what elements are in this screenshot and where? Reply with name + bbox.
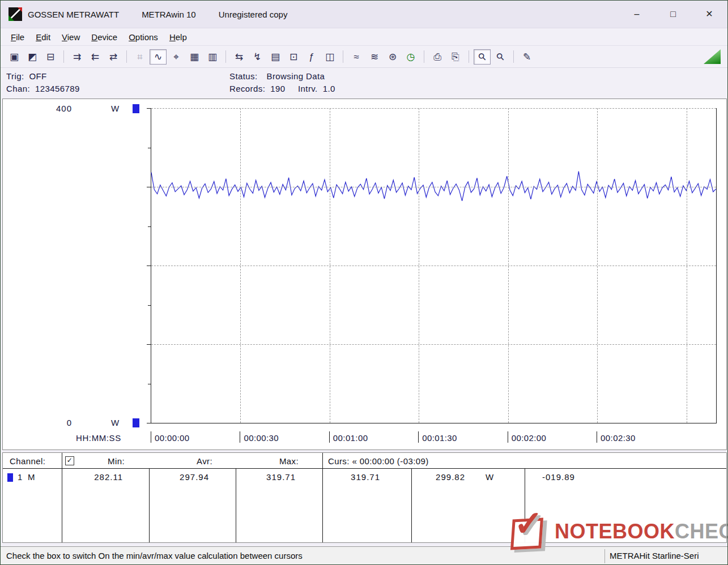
window-title-product: METRAwin 10 (142, 10, 196, 19)
menu-item-options[interactable]: Options (123, 30, 164, 44)
column-header-cursor: Curs: « 00:00:00 (-03:09) (328, 456, 429, 466)
export-data-glyph: ⇉ (73, 52, 81, 62)
y-axis-max-label: 400 (46, 104, 72, 113)
chan-label: Chan: (6, 84, 30, 93)
channel-color-swatch (133, 104, 139, 113)
open-folder-icon[interactable]: ⊟ (42, 49, 59, 65)
v-gridline (419, 108, 419, 423)
print-icon[interactable]: ⎙ (429, 49, 446, 65)
time-tick-label: 00:00:00 (155, 431, 190, 443)
memory-read-icon[interactable]: ◫ (321, 49, 338, 65)
export-data-icon[interactable]: ⇉ (69, 49, 86, 65)
title-bar: GOSSEN METRAWATT METRAwin 10 Unregistere… (1, 1, 727, 28)
trig-label: Trig: (6, 71, 24, 81)
toolbar-separator (225, 50, 226, 63)
timer-clock-glyph: ◷ (407, 52, 415, 62)
status-triangle-indicator (704, 49, 721, 64)
plot-area[interactable] (151, 108, 717, 423)
comment-glyph: ✎ (523, 52, 531, 62)
y-axis-unit-top: W (111, 104, 120, 113)
device-trigger-icon[interactable]: ↯ (249, 49, 266, 65)
device-trigger-glyph: ↯ (253, 52, 261, 62)
minmax-curve-icon[interactable]: ≈ (348, 49, 365, 65)
v-gridline (240, 108, 241, 423)
time-tick-label: 00:02:30 (601, 431, 636, 443)
y-axis-tick (147, 187, 151, 187)
xy-chart-icon[interactable]: ⌖ (168, 49, 185, 65)
v-gridline (597, 108, 598, 423)
interval-status: Intrv.1.0 (298, 84, 335, 93)
column-header-max: Max: (259, 456, 299, 466)
comment-icon[interactable]: ✎ (518, 49, 535, 65)
toolbar-separator (63, 50, 64, 63)
maximize-button[interactable]: □ (655, 1, 691, 27)
menu-item-edit[interactable]: Edit (30, 30, 56, 44)
avr-value: 297.94 (174, 472, 209, 482)
time-tick: 00:01:00 (329, 431, 368, 443)
y-axis-tick (147, 266, 151, 266)
device-connect-icon[interactable]: ⇆ (231, 49, 248, 65)
y-axis-tick (148, 226, 151, 227)
time-tick-label: 00:01:00 (333, 431, 368, 443)
min-value: 282.11 (88, 472, 123, 482)
menu-item-help[interactable]: Help (164, 30, 193, 44)
column-header-avr: Avr: (173, 456, 212, 466)
table-divider (322, 453, 323, 542)
menu-item-file[interactable]: File (5, 30, 30, 44)
toolbar-separator (126, 50, 127, 63)
xy-chart-glyph: ⌖ (173, 52, 179, 62)
time-tick-mark (151, 431, 151, 443)
max-value: 319.71 (261, 472, 296, 482)
table-divider (236, 469, 236, 542)
device-connect-glyph: ⇆ (235, 52, 243, 62)
minmax-checkbox[interactable]: ✓ (65, 456, 74, 465)
time-tick-mark (508, 431, 508, 443)
menu-item-device[interactable]: Device (86, 30, 123, 44)
statistics-view-icon[interactable]: ▥ (204, 49, 221, 65)
table-divider (62, 453, 62, 542)
statusbar-hint: Check the box to switch On the min/avr/m… (6, 551, 303, 560)
open-file-icon[interactable]: ▣ (6, 49, 23, 65)
zoom-amplitude-icon[interactable]: ⚲ (492, 49, 509, 65)
device-list-icon[interactable]: ▤ (267, 49, 284, 65)
time-tick: 00:02:00 (508, 431, 547, 443)
table-header-divider (3, 468, 726, 469)
transfer-data-icon[interactable]: ⇄ (105, 49, 122, 65)
open-file-glyph: ▣ (10, 52, 19, 62)
time-axis: 00:00:0000:00:3000:01:0000:01:3000:02:00… (151, 431, 720, 445)
combine-channels-icon[interactable]: ⊛ (384, 49, 401, 65)
minimize-button[interactable]: – (619, 1, 655, 27)
save-file-glyph: ◩ (28, 52, 37, 62)
time-tick-mark (329, 431, 330, 443)
statusbar-divider (604, 549, 605, 563)
print-preview-icon[interactable]: ⎘ (447, 49, 464, 65)
timer-clock-icon[interactable]: ◷ (402, 49, 419, 65)
zoom-time-icon[interactable]: ⚲ (474, 49, 491, 65)
browse-status: Status:Browsing Data (229, 71, 325, 81)
trig-value: OFF (29, 71, 46, 81)
formula-icon[interactable]: ƒ (303, 49, 320, 65)
transfer-data-glyph: ⇄ (109, 52, 117, 62)
chan-value: 123456789 (35, 84, 80, 93)
yt-chart-icon[interactable]: ∿ (150, 49, 167, 65)
y-axis-min-label: 0 (46, 418, 72, 427)
column-header-channel: Channel: (10, 456, 45, 466)
h-gridline (151, 266, 716, 266)
import-data-icon[interactable]: ⇇ (87, 49, 104, 65)
channel-mode: M (28, 472, 35, 482)
toolbar-separator (424, 50, 424, 63)
menu-item-view[interactable]: View (56, 30, 86, 44)
records-status: Records:190 Intrv.1.0 (229, 84, 335, 93)
envelope-curve-icon[interactable]: ≋ (366, 49, 383, 65)
save-file-icon[interactable]: ◩ (24, 49, 41, 65)
table-view-icon[interactable]: ▦ (186, 49, 203, 65)
close-button[interactable]: ✕ (691, 1, 727, 27)
device-monitor-icon[interactable]: ⊡ (285, 49, 302, 65)
display-values-icon[interactable]: ⌗ (131, 49, 148, 65)
records-value: 190 (270, 84, 285, 93)
cursor-value-a: 319.71 (345, 472, 380, 482)
app-logo-icon (8, 7, 22, 21)
toolbar-separator (343, 50, 343, 63)
time-tick: 00:02:30 (597, 431, 636, 443)
channel-color-swatch (133, 418, 139, 427)
